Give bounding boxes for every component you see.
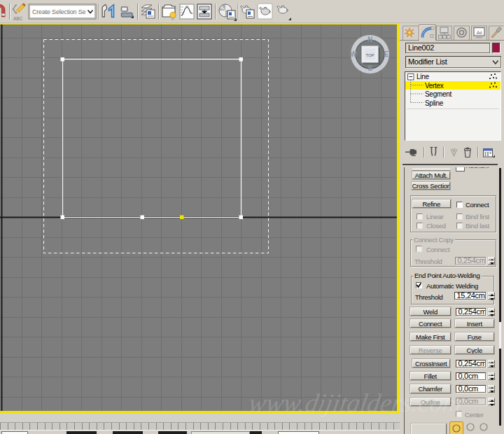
svg-text:TOP: TOP	[365, 53, 374, 57]
svg-text:S: S	[368, 64, 372, 72]
svg-text:W: W	[350, 50, 357, 58]
svg-text:E: E	[384, 50, 389, 58]
svg-text:ABC: ABC	[13, 16, 23, 21]
svg-text:Create Selection Se: Create Selection Se	[32, 8, 85, 15]
svg-text:N: N	[368, 36, 372, 43]
